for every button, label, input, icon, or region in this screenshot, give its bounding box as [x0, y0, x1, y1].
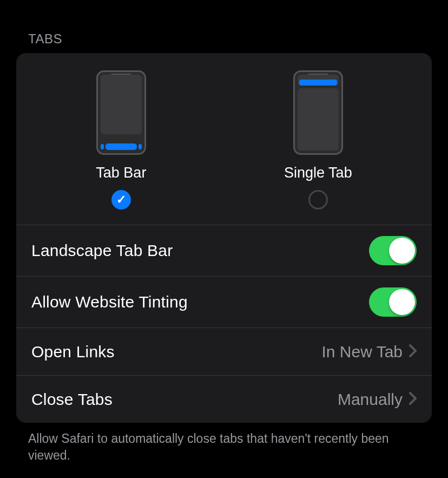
single-tab-option[interactable]: Single Tab [284, 70, 352, 209]
phone-preview-single-tab-icon [293, 70, 343, 155]
landscape-tab-bar-row: Landscape Tab Bar [16, 225, 432, 276]
landscape-tab-bar-toggle[interactable] [369, 236, 417, 265]
tab-layout-options: Tab Bar ✓ Single Tab [16, 53, 432, 225]
chevron-right-icon [409, 389, 417, 409]
open-links-label: Open Links [31, 343, 115, 361]
single-tab-label: Single Tab [284, 165, 352, 181]
open-links-row[interactable]: Open Links In New Tab [16, 328, 432, 375]
tab-bar-option[interactable]: Tab Bar ✓ [96, 70, 146, 209]
landscape-tab-bar-label: Landscape Tab Bar [31, 241, 173, 260]
section-header-tabs: TABS [16, 0, 432, 53]
checkmark-icon: ✓ [116, 193, 126, 207]
single-tab-radio[interactable] [308, 190, 328, 209]
close-tabs-row[interactable]: Close Tabs Manually [16, 375, 432, 423]
section-footer-close-tabs: Allow Safari to automatically close tabs… [16, 423, 432, 464]
allow-website-tinting-label: Allow Website Tinting [31, 293, 188, 311]
close-tabs-value: Manually [338, 390, 403, 409]
tab-bar-label: Tab Bar [96, 165, 146, 181]
open-links-value: In New Tab [321, 343, 403, 361]
chevron-right-icon [409, 342, 417, 362]
phone-preview-tab-bar-icon [96, 70, 146, 155]
allow-website-tinting-row: Allow Website Tinting [16, 276, 432, 328]
tabs-settings-card: Tab Bar ✓ Single Tab Landscape Tab Bar A… [16, 53, 432, 423]
close-tabs-label: Close Tabs [31, 390, 113, 409]
allow-website-tinting-toggle[interactable] [369, 287, 417, 317]
tab-bar-radio[interactable]: ✓ [111, 190, 131, 209]
